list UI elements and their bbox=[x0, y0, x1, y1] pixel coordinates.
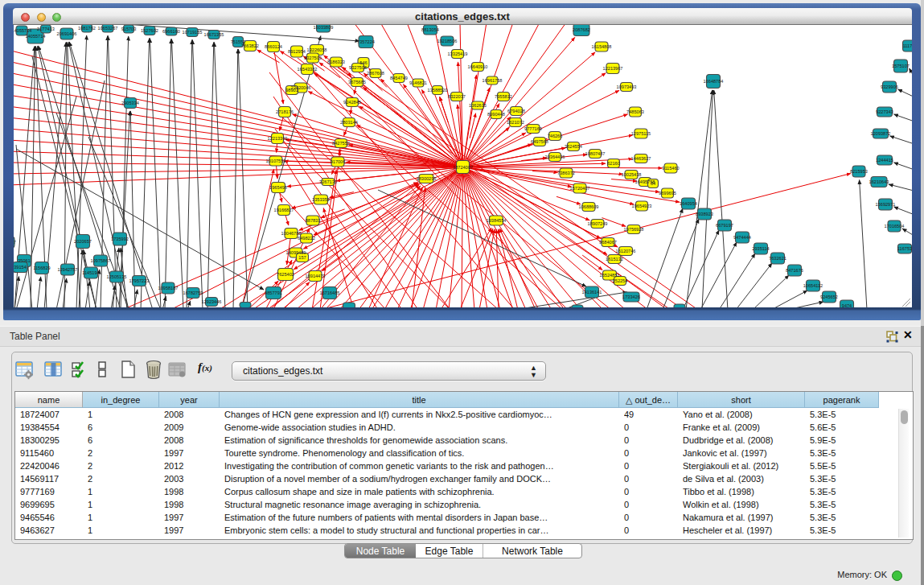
svg-text:2718176: 2718176 bbox=[276, 109, 294, 114]
svg-text:1965498: 1965498 bbox=[269, 185, 287, 190]
svg-text:2935114: 2935114 bbox=[752, 246, 769, 251]
svg-text:19218506: 19218506 bbox=[437, 39, 458, 43]
svg-text:19166827: 19166827 bbox=[274, 208, 294, 212]
svg-text:15720407: 15720407 bbox=[570, 186, 590, 191]
svg-text:8186323: 8186323 bbox=[327, 60, 345, 64]
svg-text:14055714: 14055714 bbox=[26, 34, 46, 39]
svg-text:1353359: 1353359 bbox=[312, 197, 330, 202]
svg-text:15716485: 15716485 bbox=[320, 290, 340, 295]
svg-text:13588520: 13588520 bbox=[428, 88, 448, 93]
svg-text:7625402: 7625402 bbox=[277, 272, 294, 277]
svg-text:8322037: 8322037 bbox=[448, 94, 466, 99]
svg-text:9857791: 9857791 bbox=[265, 290, 282, 295]
svg-text:915703: 915703 bbox=[121, 27, 137, 31]
svg-text:746266: 746266 bbox=[548, 134, 563, 138]
svg-text:14055714: 14055714 bbox=[14, 28, 31, 33]
svg-text:1145194: 1145194 bbox=[82, 270, 99, 275]
svg-text:7955812: 7955812 bbox=[495, 94, 512, 99]
svg-text:10807487: 10807487 bbox=[585, 151, 606, 156]
svg-text:116753: 116753 bbox=[897, 246, 912, 251]
svg-text:9227343: 9227343 bbox=[876, 109, 893, 114]
svg-text:11172: 11172 bbox=[903, 43, 912, 48]
svg-text:6498222: 6498222 bbox=[298, 236, 315, 241]
svg-text:17957223: 17957223 bbox=[129, 278, 150, 283]
svg-text:1735992: 1735992 bbox=[111, 237, 129, 241]
svg-text:157: 157 bbox=[298, 255, 306, 260]
svg-text:10958187: 10958187 bbox=[158, 286, 179, 290]
svg-text:18300295: 18300295 bbox=[417, 176, 437, 181]
svg-text:2087682: 2087682 bbox=[573, 27, 590, 32]
svg-text:917006: 917006 bbox=[331, 159, 346, 164]
svg-text:16524851: 16524851 bbox=[600, 273, 620, 278]
svg-text:1621072: 1621072 bbox=[507, 120, 524, 125]
svg-text:1244415: 1244415 bbox=[876, 158, 893, 163]
svg-text:16782759: 16782759 bbox=[183, 290, 203, 295]
svg-text:7632621: 7632621 bbox=[769, 256, 786, 261]
svg-text:19384554: 19384554 bbox=[487, 218, 507, 223]
svg-text:1640954: 1640954 bbox=[680, 201, 697, 206]
svg-text:12975115: 12975115 bbox=[631, 131, 651, 136]
svg-text:9474: 9474 bbox=[842, 303, 852, 307]
svg-text:8471676: 8471676 bbox=[786, 268, 803, 273]
svg-text:9474444: 9474444 bbox=[733, 235, 751, 240]
svg-text:84: 84 bbox=[651, 181, 655, 186]
svg-text:7663822: 7663822 bbox=[241, 43, 259, 48]
svg-text:39154: 39154 bbox=[14, 265, 27, 270]
svg-text:13226058: 13226058 bbox=[307, 47, 327, 52]
svg-text:16914479: 16914479 bbox=[306, 274, 326, 278]
svg-text:10973493: 10973493 bbox=[617, 84, 637, 89]
svg-text:2606337: 2606337 bbox=[14, 240, 16, 245]
svg-text:16543382: 16543382 bbox=[298, 67, 318, 72]
svg-text:1156829: 1156829 bbox=[33, 266, 50, 270]
svg-text:8938923: 8938923 bbox=[696, 212, 713, 216]
svg-text:16120746: 16120746 bbox=[616, 249, 636, 253]
svg-text:1615132: 1615132 bbox=[606, 257, 623, 262]
svg-text:887833: 887833 bbox=[306, 218, 321, 223]
svg-text:18724007: 18724007 bbox=[453, 165, 473, 170]
svg-text:6679197: 6679197 bbox=[716, 223, 733, 228]
svg-text:9329906: 9329906 bbox=[881, 84, 898, 89]
svg-text:20691406: 20691406 bbox=[57, 31, 77, 36]
svg-text:9699695: 9699695 bbox=[659, 191, 676, 196]
svg-text:3267130: 3267130 bbox=[319, 179, 337, 184]
svg-text:10654112: 10654112 bbox=[803, 283, 823, 288]
svg-text:7386372: 7386372 bbox=[557, 171, 575, 175]
svg-text:10688609: 10688609 bbox=[579, 204, 599, 209]
svg-text:16640910: 16640910 bbox=[468, 64, 488, 69]
svg-text:10653267: 10653267 bbox=[98, 26, 118, 31]
svg-text:7357224: 7357224 bbox=[357, 39, 375, 44]
svg-text:15692971: 15692971 bbox=[876, 202, 896, 207]
svg-text:9115460: 9115460 bbox=[662, 166, 679, 171]
svg-text:12213369: 12213369 bbox=[268, 136, 288, 141]
svg-text:2803144: 2803144 bbox=[340, 120, 358, 125]
svg-text:252254: 252254 bbox=[613, 278, 628, 283]
svg-text:12213967: 12213967 bbox=[603, 66, 623, 71]
svg-text:1733426: 1733426 bbox=[622, 295, 640, 299]
svg-text:62160: 62160 bbox=[607, 161, 620, 166]
svg-text:1527602: 1527602 bbox=[141, 28, 158, 33]
svg-text:6794028: 6794028 bbox=[507, 109, 525, 113]
svg-text:10025438: 10025438 bbox=[622, 172, 642, 177]
svg-text:20364436: 20364436 bbox=[545, 154, 565, 159]
svg-text:12923446: 12923446 bbox=[202, 299, 222, 304]
svg-text:8215953: 8215953 bbox=[850, 169, 868, 174]
svg-text:14136141: 14136141 bbox=[582, 290, 602, 295]
svg-text:12093872: 12093872 bbox=[871, 131, 891, 136]
svg-text:12942757: 12942757 bbox=[58, 267, 78, 272]
svg-text:9146821: 9146821 bbox=[409, 80, 427, 85]
svg-text:16033809: 16033809 bbox=[314, 25, 334, 30]
svg-text:16671355: 16671355 bbox=[204, 32, 224, 37]
svg-text:2867608: 2867608 bbox=[367, 71, 384, 76]
svg-text:16154808: 16154808 bbox=[592, 44, 612, 49]
svg-text:2905334: 2905334 bbox=[121, 101, 139, 105]
svg-text:17016504: 17016504 bbox=[885, 224, 905, 229]
svg-text:1362615: 1362615 bbox=[469, 103, 487, 108]
svg-text:19654923: 19654923 bbox=[632, 204, 652, 208]
svg-text:6966160: 6966160 bbox=[162, 29, 180, 34]
svg-text:7485063: 7485063 bbox=[626, 109, 644, 114]
svg-text:16648784: 16648784 bbox=[704, 79, 724, 84]
svg-text:9684067: 9684067 bbox=[599, 240, 617, 245]
svg-text:35061: 35061 bbox=[18, 258, 31, 263]
svg-text:16961758: 16961758 bbox=[483, 78, 503, 83]
svg-text:9245652: 9245652 bbox=[820, 295, 838, 299]
